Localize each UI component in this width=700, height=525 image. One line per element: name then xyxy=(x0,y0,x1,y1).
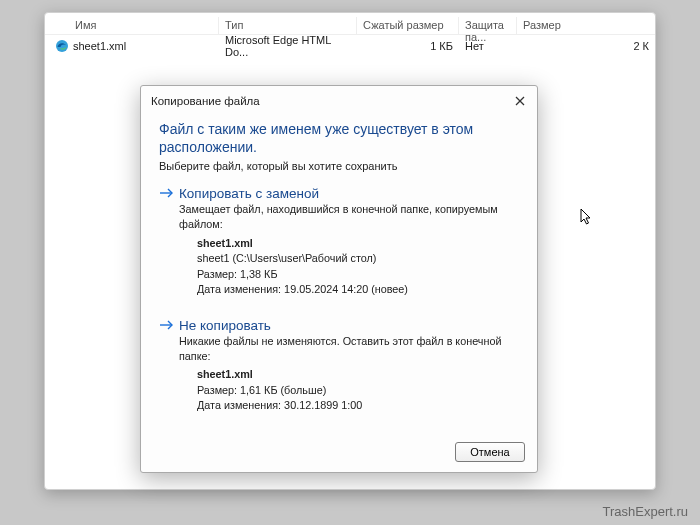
option-copy-replace[interactable]: Копировать с заменой Замещает файл, нахо… xyxy=(159,186,519,316)
dialog-heading: Файл с таким же именем уже существует в … xyxy=(159,120,519,156)
option2-title: Не копировать xyxy=(179,318,519,333)
arrow-right-icon xyxy=(159,318,175,432)
option1-desc: Замещает файл, находившийся в конечной п… xyxy=(179,202,519,231)
close-button[interactable] xyxy=(511,92,529,110)
file-name: sheet1.xml xyxy=(73,40,126,52)
option2-size: Размер: 1,61 КБ (больше) xyxy=(197,383,519,399)
file-size: 2 К xyxy=(517,40,655,52)
option1-modified: Дата изменения: 19.05.2024 14:20 (новее) xyxy=(197,282,519,298)
option1-path: sheet1 (C:\Users\user\Рабочий стол) xyxy=(197,251,519,267)
option-dont-copy[interactable]: Не копировать Никакие файлы не изменяютс… xyxy=(159,318,519,432)
col-header-protection[interactable]: Защита па... xyxy=(459,17,517,34)
edge-file-icon xyxy=(55,39,69,53)
option1-file-detail: sheet1.xml sheet1 (C:\Users\user\Рабочий… xyxy=(179,236,519,299)
cancel-button[interactable]: Отмена xyxy=(455,442,525,462)
watermark: TrashExpert.ru xyxy=(603,504,689,519)
close-icon xyxy=(515,96,525,106)
option2-filename: sheet1.xml xyxy=(197,367,519,383)
option2-desc: Никакие файлы не изменяются. Оставить эт… xyxy=(179,334,519,363)
copy-file-dialog: Копирование файла Файл с таким же именем… xyxy=(140,85,538,473)
col-header-compressed[interactable]: Сжатый размер xyxy=(357,17,459,34)
col-header-name[interactable]: Имя xyxy=(45,17,219,34)
option1-size: Размер: 1,38 КБ xyxy=(197,267,519,283)
file-compressed-size: 1 КБ xyxy=(357,40,459,52)
col-header-type[interactable]: Тип xyxy=(219,17,357,34)
option1-filename: sheet1.xml xyxy=(197,236,519,252)
dialog-titlebar: Копирование файла xyxy=(141,86,537,116)
col-header-size[interactable]: Размер xyxy=(517,17,655,34)
option2-modified: Дата изменения: 30.12.1899 1:00 xyxy=(197,398,519,414)
file-type: Microsoft Edge HTML Do... xyxy=(219,34,357,58)
file-protection: Нет xyxy=(459,40,517,52)
arrow-right-icon xyxy=(159,186,175,316)
dialog-instruction: Выберите файл, который вы хотите сохрани… xyxy=(159,160,519,172)
dialog-title: Копирование файла xyxy=(151,95,260,107)
column-headers: Имя Тип Сжатый размер Защита па... Разме… xyxy=(45,13,655,35)
file-row[interactable]: sheet1.xml Microsoft Edge HTML Do... 1 К… xyxy=(45,35,655,57)
option2-file-detail: sheet1.xml Размер: 1,61 КБ (больше) Дата… xyxy=(179,367,519,414)
option1-title: Копировать с заменой xyxy=(179,186,519,201)
